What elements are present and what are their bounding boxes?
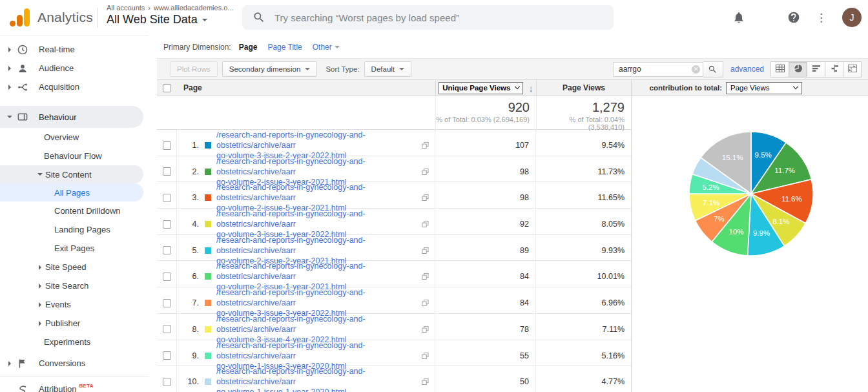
pie-slice-label: 7%	[714, 215, 725, 223]
breadcrumb-current[interactable]: www.alliedacademies.o...	[154, 4, 234, 12]
sidebar-item-events[interactable]: Events	[0, 295, 149, 314]
open-page-external-icon[interactable]	[422, 273, 429, 280]
global-search[interactable]	[242, 5, 614, 30]
sidebar-item-label: Attribution	[39, 384, 77, 392]
sidebar-item-experiments[interactable]: Experiments	[0, 333, 149, 351]
dimension-page-title[interactable]: Page Title	[267, 43, 302, 52]
sidebar-item-real-time[interactable]: Real-time	[0, 40, 149, 59]
contribution-header: contribution to total: Page Views	[632, 80, 868, 96]
sidebar-item-landing-pages[interactable]: Landing Pages	[0, 220, 149, 239]
header-divider	[98, 8, 98, 28]
advanced-filter-link[interactable]: advanced	[730, 65, 764, 74]
table-filter-search-button[interactable]	[703, 61, 723, 77]
table-view-icon	[775, 64, 785, 75]
pie-slice-label: 10%	[728, 228, 743, 236]
view-button-pivot-view[interactable]	[843, 61, 862, 77]
open-page-external-icon[interactable]	[422, 194, 429, 201]
open-page-external-icon[interactable]	[422, 247, 429, 254]
open-page-external-icon[interactable]	[422, 378, 429, 386]
open-page-external-icon[interactable]	[422, 142, 429, 149]
pie-chart: 9.5%11.7%11.6%8.1%9.9%10%7%7.1%5.2%15.1%	[632, 96, 868, 392]
row-checkbox[interactable]	[163, 167, 171, 176]
pivot-view-icon	[847, 64, 858, 75]
sidebar-item-all-pages[interactable]: All Pages	[0, 183, 143, 201]
property-selector[interactable]: All Web Site Data	[107, 13, 234, 26]
column-header-page-views[interactable]: Page Views	[536, 80, 631, 96]
row-checkbox[interactable]	[163, 194, 171, 202]
contribution-pie-svg: 9.5%11.7%11.6%8.1%9.9%10%7%7.1%5.2%15.1%	[632, 96, 868, 392]
sidebar-item-audience[interactable]: Audience	[0, 59, 149, 77]
view-button-table-view[interactable]	[770, 61, 789, 77]
apps-grid-icon[interactable]	[761, 12, 772, 23]
sidebar-item-exit-pages[interactable]: Exit Pages	[0, 239, 149, 258]
property-name: All Web Site Data	[107, 13, 198, 26]
breadcrumb-root[interactable]: All accounts	[107, 4, 145, 12]
chevron-right-icon	[36, 265, 44, 270]
row-checkbox[interactable]	[163, 351, 171, 360]
sidebar-item-behaviour-flow[interactable]: Behaviour Flow	[0, 147, 149, 165]
column-header-page[interactable]: Page	[177, 80, 435, 96]
comparison-view-icon	[829, 64, 840, 75]
help-icon[interactable]	[787, 11, 800, 24]
open-page-external-icon[interactable]	[422, 352, 429, 359]
row-checkbox[interactable]	[163, 141, 171, 150]
dimension-page[interactable]: Page	[239, 43, 258, 52]
more-options-kebab-icon[interactable]: ⋮	[816, 12, 827, 23]
open-page-external-icon[interactable]	[422, 221, 429, 228]
row-checkbox[interactable]	[163, 246, 171, 254]
table-row: 7./research-and-reports-in-gynecology-an…	[157, 287, 631, 314]
table-filter-input[interactable]	[619, 65, 683, 74]
sidebar-item-site-content[interactable]: Site Content	[0, 165, 143, 183]
totals-row: 920 % of Total: 0.03% (2,694,169) 1,279 …	[157, 96, 631, 130]
sidebar-item-site-speed[interactable]: Site Speed	[0, 258, 149, 276]
table-row: 10./research-and-reports-in-gynecology-a…	[157, 366, 631, 392]
secondary-dimension-button[interactable]: Secondary dimension	[222, 61, 318, 77]
sidebar-item-attribution[interactable]: AttributionBETA	[0, 380, 149, 392]
row-checkbox[interactable]	[163, 325, 171, 333]
sidebar-item-content-drilldown[interactable]: Content Drilldown	[0, 201, 149, 220]
sort-type-select[interactable]: Default	[364, 61, 411, 77]
open-page-external-icon[interactable]	[422, 325, 429, 333]
series-color-swatch	[205, 353, 211, 359]
row-checkbox[interactable]	[163, 220, 171, 229]
sidebar-item-label: Landing Pages	[54, 225, 110, 234]
page-url-link[interactable]: /research-and-reports-in-gynecology-and-…	[216, 366, 435, 392]
avatar[interactable]: J	[842, 8, 862, 27]
chevron-down-icon	[36, 173, 44, 176]
sidebar-item-label: Experiments	[44, 337, 90, 347]
clear-filter-icon[interactable]: ✕	[692, 65, 700, 74]
sidebar-item-overview[interactable]: Overview	[0, 128, 149, 147]
open-page-external-icon[interactable]	[422, 300, 429, 307]
series-color-swatch	[205, 326, 211, 333]
sidebar-item-publisher[interactable]: Publisher	[0, 314, 149, 333]
global-search-input[interactable]	[274, 12, 603, 23]
view-button-comparison-view[interactable]	[825, 61, 843, 77]
table-rows: 1./research-and-reports-in-gynecology-an…	[157, 130, 631, 392]
table-row: 4./research-and-reports-in-gynecology-an…	[157, 209, 631, 235]
contribution-metric-select[interactable]: Page Views	[726, 82, 802, 94]
metric-select[interactable]: Unique Page Views	[439, 82, 523, 94]
row-checkbox[interactable]	[163, 378, 171, 386]
open-page-external-icon[interactable]	[422, 168, 429, 175]
sort-descending-icon[interactable]: ↓	[528, 83, 533, 94]
sidebar-item-label: Publisher	[45, 318, 80, 328]
analytics-logo[interactable]: Analytics	[9, 8, 93, 27]
breadcrumb[interactable]: All accounts › www.alliedacademies.o...	[107, 4, 234, 12]
sidebar-item-label: Overview	[44, 132, 79, 142]
row-rank: 6.	[185, 272, 199, 281]
select-all-checkbox[interactable]	[163, 84, 171, 92]
view-button-pie-view[interactable]	[789, 61, 807, 77]
notifications-bell-icon[interactable]	[732, 11, 745, 24]
sidebar-item-conversions[interactable]: Conversions	[0, 354, 149, 373]
behaviour-icon	[17, 111, 28, 123]
sidebar-item-site-search[interactable]: Site Search	[0, 276, 149, 295]
sidebar-item-acquisition[interactable]: Acquisition	[0, 77, 149, 96]
dimension-other[interactable]: Other	[313, 43, 340, 52]
chevron-down-icon	[399, 68, 404, 70]
plot-rows-button[interactable]: Plot Rows	[170, 61, 218, 77]
sidebar-item-behaviour[interactable]: Behaviour	[0, 106, 143, 128]
row-checkbox[interactable]	[163, 299, 171, 307]
row-checkbox[interactable]	[163, 273, 171, 281]
product-name: Analytics	[37, 10, 93, 25]
view-button-performance-view[interactable]	[807, 61, 825, 77]
